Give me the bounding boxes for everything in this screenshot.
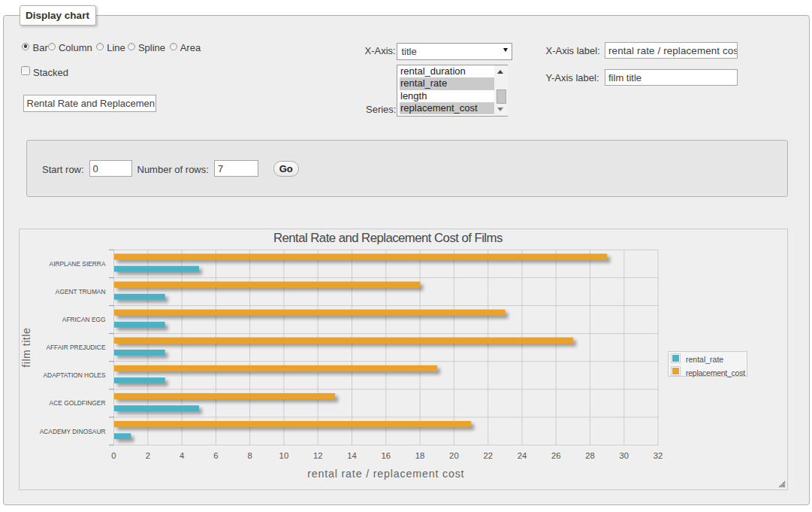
- svg-text:24: 24: [517, 451, 527, 460]
- svg-text:ADAPTATION HOLES: ADAPTATION HOLES: [43, 371, 105, 379]
- svg-text:16: 16: [381, 451, 391, 460]
- svg-text:14: 14: [347, 451, 357, 460]
- svg-text:26: 26: [551, 451, 560, 460]
- svg-text:ACE GOLDFINGER: ACE GOLDFINGER: [49, 399, 105, 407]
- svg-text:AFFAIR PREJUDICE: AFFAIR PREJUDICE: [46, 344, 106, 351]
- svg-text:30: 30: [619, 451, 629, 460]
- svg-text:28: 28: [585, 451, 595, 460]
- svg-text:20: 20: [449, 451, 459, 460]
- svg-text:8: 8: [247, 451, 252, 460]
- svg-text:ACADEMY DINOSAUR: ACADEMY DINOSAUR: [39, 428, 105, 435]
- svg-text:Rental Rate and Replacement Co: Rental Rate and Replacement Cost of Film…: [273, 231, 502, 245]
- svg-text:32: 32: [653, 451, 663, 460]
- svg-text:AIRPLANE SIERRA: AIRPLANE SIERRA: [49, 260, 105, 268]
- svg-text:6: 6: [213, 451, 218, 460]
- svg-text:AGENT TRUMAN: AGENT TRUMAN: [55, 288, 105, 295]
- svg-text:4: 4: [179, 451, 183, 460]
- svg-text:12: 12: [312, 451, 322, 460]
- svg-text:0: 0: [111, 451, 116, 460]
- svg-text:10: 10: [279, 451, 288, 460]
- svg-text:film title: film title: [20, 328, 32, 368]
- svg-text:AFRICAN EGG: AFRICAN EGG: [62, 316, 105, 323]
- svg-text:2: 2: [145, 451, 149, 460]
- svg-text:rental rate / replacement cost: rental rate / replacement cost: [307, 468, 464, 480]
- svg-text:22: 22: [483, 451, 493, 460]
- svg-text:18: 18: [415, 451, 424, 460]
